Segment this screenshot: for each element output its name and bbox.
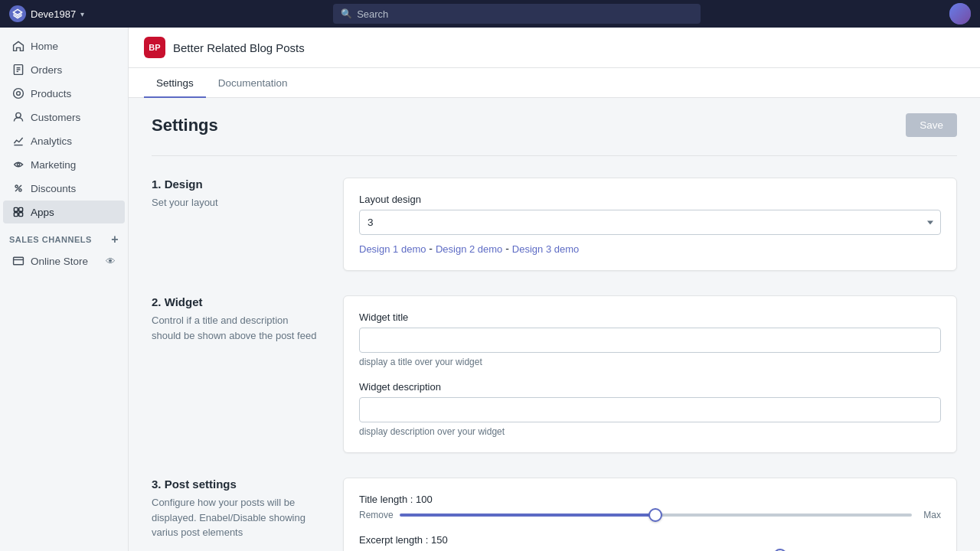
svg-rect-16 <box>14 257 24 265</box>
sidebar-item-discounts[interactable]: Discounts <box>3 177 125 200</box>
sidebar-item-home[interactable]: Home <box>3 34 125 57</box>
widget-title-label: Widget title <box>359 311 941 323</box>
title-length-label: Title length : 100 <box>359 494 941 505</box>
widget-heading: 2. Widget <box>152 295 320 308</box>
svg-line-11 <box>15 185 21 191</box>
excerpt-length-row: Excerpt length : 150 Remove Max <box>359 534 941 551</box>
widget-desc-group: Widget description display description o… <box>359 381 941 437</box>
svg-point-10 <box>19 189 21 191</box>
design-section: 1. Design Set your layout Layout design … <box>152 178 957 271</box>
svg-point-5 <box>17 92 21 96</box>
save-button[interactable]: Save <box>906 113 957 137</box>
tabs: Settings Documentation <box>129 68 980 98</box>
widget-title-input[interactable] <box>359 328 941 353</box>
search-icon: 🔍 <box>341 8 352 19</box>
design-label-col: 1. Design Set your layout <box>152 178 320 271</box>
divider <box>152 155 957 156</box>
widget-content-col: Widget title display a title over your w… <box>343 295 957 453</box>
tab-documentation[interactable]: Documentation <box>206 68 300 98</box>
sidebar-item-marketing-label: Marketing <box>31 159 76 171</box>
sidebar-item-customers[interactable]: Customers <box>3 106 125 129</box>
design-links: Design 1 demo - Design 2 demo - Design 3… <box>359 243 941 255</box>
excerpt-length-label: Excerpt length : 150 <box>359 534 941 546</box>
svg-rect-15 <box>19 213 23 217</box>
store-name: Deve1987 <box>31 8 76 20</box>
main-content: BP Better Related Blog Posts Settings Do… <box>129 28 980 551</box>
layout-design-select-wrapper: 1 2 3 <box>359 210 941 235</box>
svg-point-6 <box>16 112 21 117</box>
title-length-min-label: Remove <box>359 510 394 520</box>
sidebar-item-analytics[interactable]: Analytics <box>3 129 125 152</box>
layout-design-label: Layout design <box>359 194 941 205</box>
post-settings-content-col: Title length : 100 Remove Max Excerpt le… <box>343 478 957 551</box>
settings-area: Settings Save 1. Design Set your layout … <box>129 98 980 551</box>
widget-desc-help: display description over your widget <box>359 426 941 437</box>
design-description: Set your layout <box>152 195 320 210</box>
design-1-demo-link[interactable]: Design 1 demo <box>359 243 426 255</box>
settings-header: Settings Save <box>152 113 957 137</box>
widget-label-col: 2. Widget Control if a title and descrip… <box>152 295 320 453</box>
design-card: Layout design 1 2 3 Design 1 demo - Des <box>343 178 957 271</box>
design-heading: 1. Design <box>152 178 320 191</box>
sidebar-item-products-label: Products <box>31 88 71 99</box>
sidebar-item-online-store[interactable]: Online Store 👁 <box>3 249 125 272</box>
sidebar-item-products[interactable]: Products <box>3 82 125 105</box>
online-store-left: Online Store <box>12 255 88 267</box>
widget-title-group: Widget title display a title over your w… <box>359 311 941 367</box>
sidebar-item-apps[interactable]: Apps <box>3 201 125 223</box>
app-header: BP Better Related Blog Posts <box>129 28 980 68</box>
add-sales-channel-button[interactable]: + <box>111 233 119 246</box>
post-settings-card: Title length : 100 Remove Max Excerpt le… <box>343 478 957 551</box>
svg-rect-14 <box>14 213 18 217</box>
store-chevron-icon: ▾ <box>80 10 84 18</box>
title-length-max-label: Max <box>918 510 941 520</box>
sidebar: Home Orders Products Customers Analytics… <box>0 28 129 551</box>
online-store-label: Online Store <box>31 256 88 267</box>
sidebar-item-home-label: Home <box>31 41 58 52</box>
search-input[interactable] <box>357 8 693 20</box>
post-settings-description: Configure how your posts will be display… <box>152 495 320 540</box>
app-logo: BP <box>144 37 165 58</box>
widget-section: 2. Widget Control if a title and descrip… <box>152 295 957 453</box>
sidebar-item-orders[interactable]: Orders <box>3 58 125 81</box>
sidebar-item-apps-label: Apps <box>31 207 54 218</box>
design-3-demo-link[interactable]: Design 3 demo <box>512 243 579 255</box>
sales-channels-label: SALES CHANNELS <box>9 235 92 244</box>
page-title: Settings <box>152 116 218 135</box>
sales-channels-section: SALES CHANNELS + <box>0 224 128 249</box>
svg-point-4 <box>14 89 24 99</box>
store-selector[interactable]: Deve1987 ▾ <box>9 5 84 22</box>
store-icon <box>9 5 26 22</box>
widget-title-help: display a title over your widget <box>359 357 941 367</box>
search-bar[interactable]: 🔍 <box>333 4 701 24</box>
design-2-demo-link[interactable]: Design 2 demo <box>436 243 502 255</box>
widget-desc-label: Widget description <box>359 381 941 393</box>
sidebar-item-customers-label: Customers <box>31 112 80 123</box>
sidebar-item-discounts-label: Discounts <box>31 183 76 194</box>
top-nav: Deve1987 ▾ 🔍 <box>0 0 980 28</box>
widget-description: Control if a title and description shoul… <box>152 313 320 343</box>
sidebar-item-orders-label: Orders <box>31 64 62 76</box>
title-length-slider-wrapper: Remove Max <box>359 510 941 520</box>
title-length-slider[interactable] <box>400 514 912 517</box>
tab-settings[interactable]: Settings <box>144 68 206 98</box>
svg-point-9 <box>15 185 18 187</box>
svg-rect-13 <box>19 207 23 211</box>
post-settings-label-col: 3. Post settings Configure how your post… <box>152 478 320 551</box>
svg-point-8 <box>17 163 19 165</box>
layout-design-select[interactable]: 1 2 3 <box>359 210 941 235</box>
design-content-col: Layout design 1 2 3 Design 1 demo - Des <box>343 178 957 271</box>
svg-rect-12 <box>14 207 18 211</box>
title-length-row: Title length : 100 Remove Max <box>359 494 941 520</box>
user-avatar[interactable] <box>949 3 971 24</box>
app-title: Better Related Blog Posts <box>173 41 305 54</box>
avatar-image <box>949 3 971 24</box>
online-store-eye-icon[interactable]: 👁 <box>106 256 116 267</box>
post-settings-section: 3. Post settings Configure how your post… <box>152 478 957 551</box>
widget-card: Widget title display a title over your w… <box>343 295 957 453</box>
sidebar-item-marketing[interactable]: Marketing <box>3 153 125 176</box>
sidebar-item-analytics-label: Analytics <box>31 135 72 147</box>
post-settings-heading: 3. Post settings <box>152 478 320 491</box>
widget-desc-input[interactable] <box>359 397 941 422</box>
